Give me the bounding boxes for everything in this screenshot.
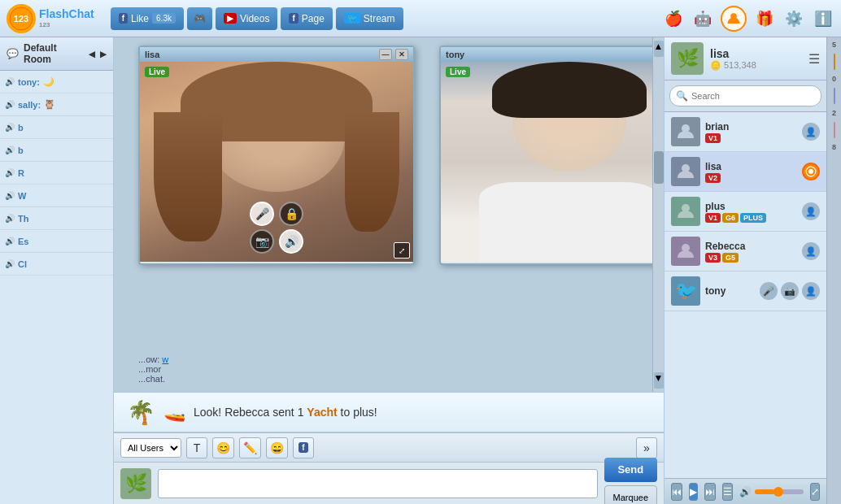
twitter-icon: 🐦	[344, 13, 360, 24]
android-icon[interactable]: 🤖	[691, 7, 714, 30]
next-button[interactable]: ⏭	[704, 483, 716, 501]
speaker-icon: 🔊	[5, 146, 15, 154]
edge-num-8: 8	[832, 143, 836, 151]
stream-button[interactable]: 🐦 Stream	[336, 7, 403, 30]
edge-num-2: 2	[832, 109, 836, 117]
tony-add-icon[interactable]: 👤	[802, 282, 820, 300]
lisa-badges: V2	[705, 173, 797, 183]
lisa-minimize-button[interactable]: —	[379, 49, 392, 60]
info-icon[interactable]: ℹ️	[812, 7, 834, 30]
lisa-sound-button[interactable]: 🔊	[279, 229, 303, 254]
plus-add-icon[interactable]: 👤	[802, 202, 820, 220]
sidebar-nav-left[interactable]: ◀	[89, 50, 95, 59]
prev-button[interactable]: ⏮	[671, 483, 682, 501]
sidebar-user-b1[interactable]: 🔊 b	[0, 116, 113, 139]
chat-input[interactable]	[158, 469, 598, 498]
expand-icon: ⤢	[811, 486, 819, 497]
brush-button[interactable]: ✏️	[239, 437, 261, 458]
volume-control[interactable]: 🔊	[739, 486, 804, 497]
rs-user-lisa[interactable]: lisa V2	[665, 152, 826, 192]
speaker-icon: 🔊	[5, 100, 15, 109]
videos-button[interactable]: ▶ Videos	[216, 7, 277, 30]
sidebar-user-w[interactable]: 🔊 W	[0, 185, 113, 207]
edge-divider	[834, 54, 835, 70]
scroll-thumb[interactable]	[654, 151, 664, 184]
rebecca-add-icon[interactable]: 👤	[802, 242, 820, 260]
sidebar-user-sally[interactable]: 🔊 sally: 🦉	[0, 93, 113, 116]
rs-user-plus[interactable]: plus V1 G6 PLUS 👤	[665, 192, 826, 232]
v1-badge: V1	[705, 133, 721, 143]
fb-share-button[interactable]: f	[293, 437, 314, 458]
rs-user-rebecca[interactable]: Rebecca V3 G5 👤	[665, 232, 826, 272]
sidebar-user-r[interactable]: 🔊 R	[0, 162, 113, 185]
toolbar-expand-button[interactable]: »	[636, 437, 657, 458]
rs-menu-icon[interactable]: ☰	[808, 51, 820, 67]
gamepad-button[interactable]: 🎮	[187, 7, 212, 30]
fb-page-icon: f	[289, 13, 298, 24]
lisa-lock-button[interactable]: 🔒	[279, 202, 303, 226]
volume-thumb[interactable]	[773, 487, 783, 497]
lisa-video-controls-overlay: 🎤 🔒 📷 🔊	[250, 202, 303, 254]
chat-link[interactable]: w	[162, 354, 168, 364]
gift-icon[interactable]: 🎁	[753, 7, 776, 30]
sidebar-user-cl[interactable]: 🔊 Cl	[0, 253, 113, 276]
sticker-button[interactable]: 😄	[266, 437, 288, 458]
lisa-camera-button[interactable]: 📷	[250, 229, 274, 254]
sidebar-user-b2[interactable]: 🔊 b	[0, 139, 113, 162]
sidebar-user-tony[interactable]: 🔊 tony: 🌙	[0, 71, 113, 93]
video-scrollbar[interactable]: ▲ ▼	[652, 37, 664, 392]
app-logo[interactable]: 123 FlashChat 123	[7, 4, 94, 33]
apple-icon[interactable]: 🍎	[662, 7, 685, 30]
brush-icon: ✏️	[243, 441, 257, 454]
marquee-button[interactable]: Marquee	[604, 485, 657, 505]
font-button[interactable]: T	[186, 437, 207, 458]
lisa-controls-row1: 🎤 🔒	[250, 202, 303, 226]
target-select[interactable]: All Users	[120, 438, 181, 458]
tony-mic-icon[interactable]: 🎤	[760, 282, 778, 300]
next-icon: ⏭	[705, 486, 715, 497]
lisa-mic-button[interactable]: 🎤	[250, 202, 274, 226]
lisa-video-titlebar: lisa — ✕	[140, 47, 413, 62]
scroll-up-arrow[interactable]: ▲	[654, 41, 664, 57]
notification-text: Look! Rebecca sent 1 Yacht to plus!	[194, 406, 377, 419]
fb-like-button[interactable]: f Like 6.3k	[111, 7, 184, 30]
lisa-close-button[interactable]: ✕	[395, 49, 408, 60]
page-button[interactable]: f Page	[281, 7, 332, 30]
expand-button[interactable]: ⤢	[810, 483, 820, 501]
palm-tree-icon: 🌴	[127, 399, 155, 426]
play-button[interactable]: ▶	[689, 483, 698, 501]
rs-user-brian[interactable]: brian V1 👤	[665, 112, 826, 152]
sidebar-user-th[interactable]: 🔊 Th	[0, 207, 113, 230]
v2-badge: V2	[705, 173, 721, 183]
rs-user-avatar: 🌿	[671, 42, 704, 75]
left-sidebar: 💬 Default Room ◀ ▶ 🔊 tony: 🌙 🔊 sally: 🦉 …	[0, 37, 114, 504]
sidebar-nav-right[interactable]: ▶	[100, 50, 107, 59]
tony-cam-icon[interactable]: 📷	[781, 282, 799, 300]
scroll-down-arrow[interactable]: ▼	[654, 372, 664, 389]
main-area: 💬 Default Room ◀ ▶ 🔊 tony: 🌙 🔊 sally: 🦉 …	[0, 37, 841, 504]
volume-track[interactable]	[755, 489, 804, 494]
font-icon: T	[194, 441, 201, 454]
lisa-cam-icon[interactable]	[802, 163, 820, 180]
room-header[interactable]: 💬 Default Room ◀ ▶	[0, 37, 113, 71]
g5-badge: G5	[722, 253, 739, 263]
lisa-actions	[802, 163, 820, 180]
brian-add-friend-icon[interactable]: 👤	[802, 123, 820, 141]
volume-fill	[755, 489, 774, 494]
send-button[interactable]: Send	[604, 458, 657, 482]
lisa-expand-button[interactable]: ⤢	[394, 242, 410, 259]
profile-icon-button[interactable]	[721, 6, 747, 32]
rs-user-tony[interactable]: 🐦 tony 🎤 📷 👤	[665, 272, 826, 311]
search-input[interactable]	[669, 85, 821, 106]
tony-video-window: tony — ✕ Live	[439, 46, 664, 265]
lisa-live-badge: Live	[145, 67, 169, 77]
tony-actions: 🎤 📷 👤	[760, 282, 820, 300]
header-icons: 🍎 🤖 🎁 ⚙️ ℹ️	[662, 6, 834, 32]
logo-text: FlashChat 123	[39, 7, 94, 28]
settings-icon[interactable]: ⚙️	[782, 7, 805, 30]
speaker-icon: 🔊	[5, 168, 15, 177]
list-button[interactable]: ☰	[722, 483, 733, 501]
sidebar-user-es[interactable]: 🔊 Es	[0, 230, 113, 253]
lisa-controls-row2: 📷 🔊	[250, 229, 303, 254]
emoji-button[interactable]: 😊	[212, 437, 234, 458]
